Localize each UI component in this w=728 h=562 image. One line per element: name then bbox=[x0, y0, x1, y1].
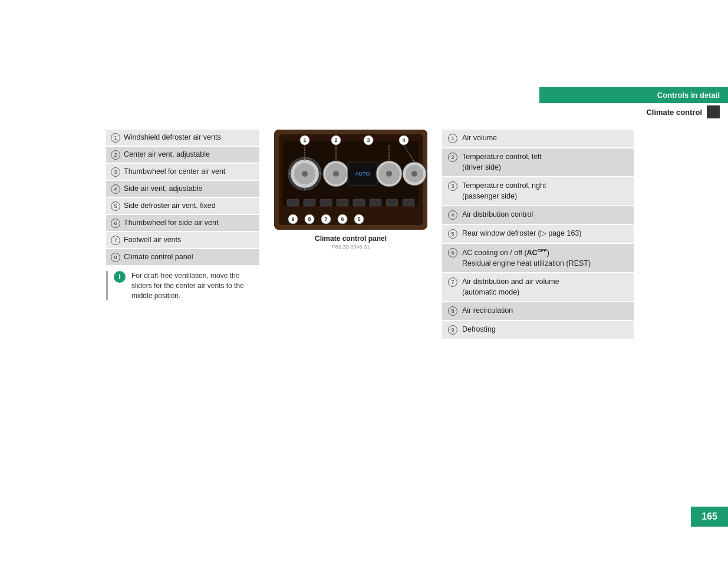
right-list-item: 4 Air distribution control bbox=[442, 206, 634, 224]
item-number: 6 bbox=[448, 248, 457, 257]
svg-text:7: 7 bbox=[324, 216, 327, 222]
svg-text:9: 9 bbox=[291, 216, 294, 222]
svg-point-19 bbox=[386, 171, 392, 177]
info-text: For draft-free ventilation, move the sli… bbox=[131, 271, 259, 300]
item-text: Climate control panel bbox=[124, 252, 193, 262]
item-text: Air volume bbox=[462, 133, 497, 144]
item-number: 3 bbox=[448, 181, 457, 191]
title-square-icon bbox=[707, 105, 720, 118]
page-title-bar: Climate control bbox=[539, 103, 728, 121]
image-caption: Climate control panel bbox=[315, 234, 387, 243]
item-number: 1 bbox=[448, 134, 457, 143]
right-list-item: 6 AC cooling on / off (ACOFF)Residual en… bbox=[442, 244, 634, 272]
svg-rect-26 bbox=[337, 199, 348, 206]
item-number: 3 bbox=[111, 167, 120, 177]
climate-panel-image: AUTO bbox=[274, 130, 427, 230]
item-text: AC cooling on / off (ACOFF)Residual engi… bbox=[462, 247, 591, 269]
list-item: 6 Thumbwheel for side air vent bbox=[106, 215, 259, 231]
right-list-item: 3 Temperature control, right(passenger s… bbox=[442, 177, 634, 205]
svg-point-14 bbox=[333, 171, 339, 177]
list-item: 1 Windshield defroster air vents bbox=[106, 130, 259, 146]
right-list-item: 1 Air volume bbox=[442, 130, 634, 147]
page-number: 165 bbox=[691, 507, 728, 527]
svg-text:AUTO: AUTO bbox=[355, 171, 370, 177]
item-number: 8 bbox=[111, 253, 120, 262]
svg-rect-23 bbox=[287, 199, 299, 206]
svg-rect-25 bbox=[320, 199, 332, 206]
page-title: Climate control bbox=[646, 108, 702, 117]
right-list-item: 9 Defrosting bbox=[442, 321, 634, 339]
item-text: Rear window defroster (▷ page 163) bbox=[462, 229, 581, 239]
item-text: Air distribution and air volume(automati… bbox=[462, 277, 559, 297]
list-item: 3 Thumbwheel for center air vent bbox=[106, 164, 259, 180]
right-list-item: 5 Rear window defroster (▷ page 163) bbox=[442, 225, 634, 243]
item-number: 5 bbox=[448, 229, 457, 239]
item-number: 4 bbox=[448, 210, 457, 220]
item-text: Center air vent, adjustable bbox=[124, 150, 210, 159]
svg-text:5: 5 bbox=[357, 216, 360, 222]
item-number: 1 bbox=[111, 133, 120, 143]
list-item: 4 Side air vent, adjustable bbox=[106, 181, 259, 197]
item-text: Thumbwheel for center air vent bbox=[124, 167, 225, 176]
main-content: 1 Windshield defroster air vents 2 Cente… bbox=[106, 130, 634, 340]
item-text: Windshield defroster air vents bbox=[124, 133, 221, 142]
right-items-list: 1 Air volume 2 Temperature control, left… bbox=[442, 130, 634, 340]
item-text: Side defroster air vent, fixed bbox=[124, 201, 216, 210]
item-text: Footwell air vents bbox=[124, 235, 181, 244]
item-text: Defrosting bbox=[462, 325, 496, 335]
right-list-item: 8 Air recirculation bbox=[442, 302, 634, 320]
svg-text:6: 6 bbox=[341, 216, 344, 222]
left-items-list: 1 Windshield defroster air vents 2 Cente… bbox=[106, 130, 259, 340]
right-list-item: 2 Temperature control, left(driver side) bbox=[442, 148, 634, 176]
panel-svg: AUTO bbox=[274, 130, 427, 230]
svg-point-7 bbox=[302, 171, 308, 177]
item-number: 7 bbox=[448, 277, 457, 287]
svg-text:2: 2 bbox=[334, 137, 337, 143]
item-number: 5 bbox=[111, 201, 120, 211]
svg-text:1: 1 bbox=[303, 137, 306, 143]
item-number: 2 bbox=[111, 150, 120, 160]
item-number: 6 bbox=[111, 219, 120, 228]
svg-rect-24 bbox=[304, 199, 315, 206]
item-number: 9 bbox=[448, 325, 457, 335]
svg-text:3: 3 bbox=[367, 137, 370, 143]
item-text: Air recirculation bbox=[462, 306, 513, 316]
svg-rect-27 bbox=[353, 199, 365, 206]
item-number: 8 bbox=[448, 306, 457, 316]
info-icon: i bbox=[114, 271, 126, 283]
svg-text:4: 4 bbox=[402, 137, 405, 143]
item-text: Temperature control, left(driver side) bbox=[462, 152, 542, 173]
item-number: 4 bbox=[111, 184, 120, 194]
info-box: i For draft-free ventilation, move the s… bbox=[106, 271, 259, 300]
item-number: 7 bbox=[111, 236, 120, 245]
item-text: Thumbwheel for side air vent bbox=[124, 218, 219, 227]
section-title: Controls in detail bbox=[539, 87, 728, 103]
item-text: Temperature control, right(passenger sid… bbox=[462, 181, 546, 201]
list-item: 2 Center air vent, adjustable bbox=[106, 147, 259, 163]
header-bar: Controls in detail Climate control bbox=[539, 87, 728, 121]
svg-rect-30 bbox=[403, 199, 414, 206]
list-item: 5 Side defroster air vent, fixed bbox=[106, 198, 259, 214]
list-item: 7 Footwell air vents bbox=[106, 232, 259, 248]
svg-rect-29 bbox=[386, 199, 398, 206]
item-text: Air distribution control bbox=[462, 210, 533, 220]
image-reference: P83.30-3546-31 bbox=[332, 244, 370, 250]
center-image-section: AUTO bbox=[271, 130, 430, 340]
item-number: 2 bbox=[448, 153, 457, 162]
svg-rect-28 bbox=[370, 199, 381, 206]
svg-text:8: 8 bbox=[308, 216, 311, 222]
item-text: Side air vent, adjustable bbox=[124, 184, 202, 193]
svg-point-22 bbox=[411, 171, 417, 177]
list-item: 8 Climate control panel bbox=[106, 249, 259, 265]
right-list-item: 7 Air distribution and air volume(automa… bbox=[442, 273, 634, 301]
